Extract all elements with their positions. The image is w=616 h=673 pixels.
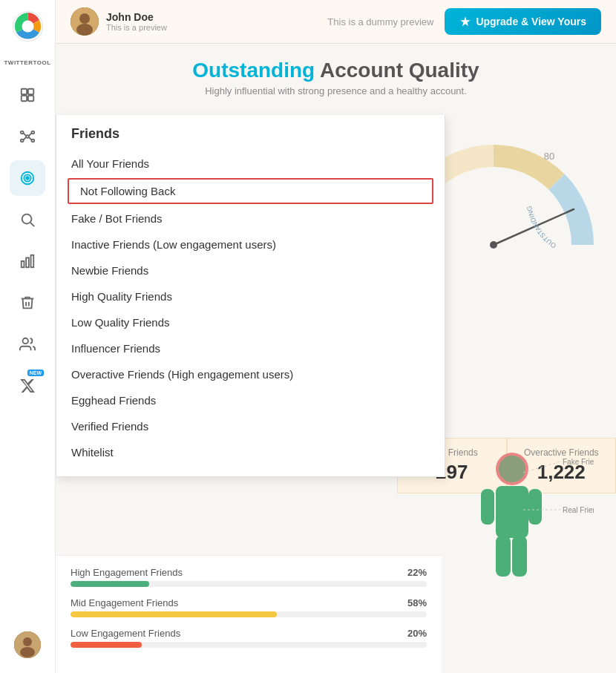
svg-line-12 [29,133,32,136]
top-header: John Doe This is a preview This is a dum… [56,0,616,44]
high-engagement-row: High Engagement Friends 22% [71,567,427,587]
low-engagement-bar-fill [71,642,142,648]
svg-rect-3 [28,89,33,94]
svg-rect-40 [481,489,494,525]
mid-engagement-label: Mid Engagement Friends [71,597,178,608]
svg-rect-4 [22,96,27,101]
svg-rect-22 [31,255,34,268]
high-engagement-label: High Engagement Friends [71,567,183,578]
svg-point-38 [499,456,525,482]
menu-item-fake-bot[interactable]: Fake / Bot Friends [56,206,445,232]
low-engagement-pct: 20% [407,628,427,639]
menu-item-egghead[interactable]: Egghead Friends [56,387,445,413]
quality-rest: Account Quality [315,59,479,82]
sparkle-icon [459,16,471,27]
svg-point-29 [76,24,93,36]
svg-text:Real Friends: 94.70%: Real Friends: 94.70% [563,506,594,514]
menu-item-newbie[interactable]: Newbie Friends [56,257,445,283]
menu-title: Friends [56,126,445,151]
menu-item-low-quality[interactable]: Low Quality Friends [56,309,445,335]
high-engagement-pct: 22% [407,567,427,578]
svg-line-19 [30,223,34,226]
mid-engagement-pct: 58% [407,597,427,608]
svg-text:OUTSTANDING: OUTSTANDING [525,205,557,249]
mid-engagement-bar-fill [71,611,277,617]
menu-item-influencer[interactable]: Influencer Friends [56,335,445,361]
svg-point-28 [79,13,90,24]
svg-point-6 [26,135,29,138]
svg-point-17 [26,177,29,180]
svg-line-14 [29,137,32,140]
sidebar-item-dashboard[interactable] [10,77,45,113]
app-logo[interactable] [9,7,46,45]
user-avatar [71,7,99,36]
sidebar-item-twitter[interactable]: NEW [10,368,45,404]
svg-point-10 [32,139,35,142]
avatar-image [14,631,41,658]
low-engagement-bar-track [71,642,427,648]
sidebar-item-network[interactable] [10,119,45,154]
sidebar-navigation: NEW [0,77,55,404]
upgrade-button[interactable]: Upgrade & View Yours [445,8,601,35]
svg-rect-5 [28,96,33,101]
quality-section: Outstanding Account Quality Highly influ… [56,44,616,104]
menu-item-all-friends[interactable]: All Your Friends [56,151,445,177]
high-engagement-bar-fill [71,581,149,587]
low-engagement-label: Low Engagement Friends [71,628,180,639]
svg-text:Fake Friends: 5.30%: Fake Friends: 5.30% [563,458,594,466]
svg-point-9 [21,139,24,142]
menu-item-not-following-back[interactable]: Not Following Back [68,178,433,204]
svg-point-26 [20,647,35,657]
svg-point-7 [21,131,24,134]
svg-line-44 [523,462,560,473]
svg-point-35 [490,241,497,249]
menu-item-verified[interactable]: Verified Friends [56,413,445,439]
menu-item-high-quality[interactable]: High Quality Friends [56,283,445,309]
user-name: John Doe [106,11,167,23]
svg-point-23 [23,338,28,344]
svg-line-13 [24,137,27,140]
app-name-label: TWITTERTOOL [4,59,50,66]
svg-rect-39 [496,486,528,538]
sidebar-item-target[interactable] [10,160,45,196]
sidebar-item-search[interactable] [10,202,45,237]
quality-highlight: Outstanding [192,59,315,82]
svg-point-18 [22,214,32,224]
menu-item-inactive[interactable]: Inactive Friends (Low engagement users) [56,232,445,257]
svg-rect-41 [528,489,542,525]
svg-point-1 [22,20,33,32]
mid-engagement-bar-track [71,611,427,617]
sidebar-item-chart[interactable] [10,243,45,279]
dummy-preview-text: This is a dummy preview [327,16,433,27]
sidebar-item-users[interactable] [10,326,45,362]
svg-point-8 [32,131,35,134]
user-details: John Doe This is a preview [106,11,167,32]
svg-rect-42 [496,536,511,577]
friends-dropdown-menu: Friends All Your Friends Not Following B… [56,115,445,477]
sidebar-item-delete[interactable] [10,285,45,321]
low-engagement-row: Low Engagement Friends 20% [71,628,427,648]
user-info: John Doe This is a preview [71,7,167,36]
engagement-section: High Engagement Friends 22% Mid Engageme… [56,555,442,673]
upgrade-btn-label: Upgrade & View Yours [476,16,586,27]
sidebar: TWITTERTOOL [0,0,56,673]
svg-line-11 [24,133,27,136]
new-badge: NEW [27,370,44,376]
sidebar-user-avatar[interactable] [14,631,41,658]
svg-rect-2 [22,89,27,94]
svg-rect-43 [512,536,527,577]
person-figure: Fake Friends: 5.30% Real Friends: 94.70% [430,436,594,599]
header-right: This is a dummy preview Upgrade & View Y… [327,8,601,35]
main-content: John Doe This is a preview This is a dum… [56,0,616,673]
high-engagement-bar-track [71,581,427,587]
menu-item-whitelist[interactable]: Whitelist [56,439,445,465]
quality-title: Outstanding Account Quality [71,59,601,82]
mid-engagement-row: Mid Engagement Friends 58% [71,597,427,617]
user-subtitle: This is a preview [106,23,167,32]
menu-item-overactive[interactable]: Overactive Friends (High engagement user… [56,361,445,387]
svg-rect-21 [26,257,29,267]
svg-rect-20 [22,261,24,267]
quality-subtitle: Highly influential with strong presence … [71,85,601,96]
svg-point-25 [23,637,32,646]
